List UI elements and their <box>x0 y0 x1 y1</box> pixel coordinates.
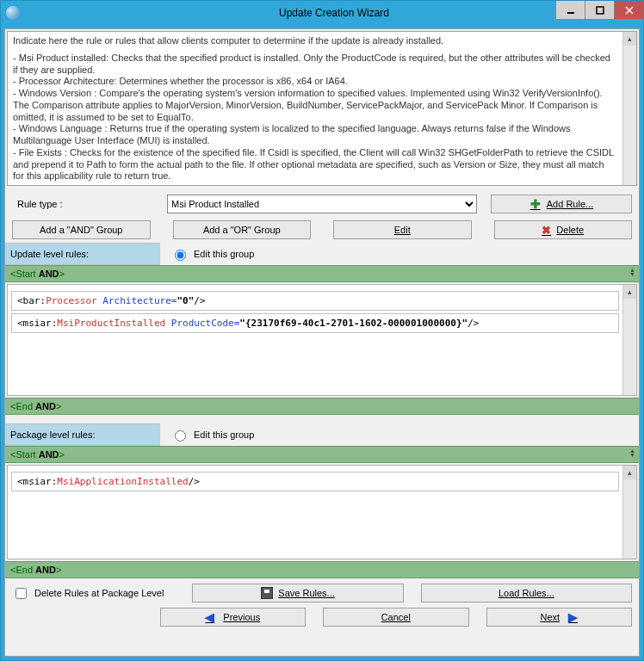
previous-button[interactable]: ◀ Previous <box>160 608 307 627</box>
edit-group-radio-update[interactable] <box>175 250 186 261</box>
update-start-and[interactable]: <Start AND> ▲▼ <box>5 265 639 282</box>
minimize-button[interactable] <box>555 1 585 20</box>
help-pane: Indicate here the rule or rules that all… <box>7 31 637 186</box>
updown-icon[interactable]: ▲▼ <box>629 268 635 276</box>
svg-rect-0 <box>567 12 574 14</box>
delete-icon: ✖ <box>542 224 551 237</box>
help-fileexists: - File Exists : Checks for the existence… <box>13 147 617 182</box>
help-winlang: - Windows Language : Returns true if the… <box>13 123 617 147</box>
edit-group-label-pkg: Edit this group <box>194 429 254 440</box>
app-icon <box>6 6 20 20</box>
add-rule-button[interactable]: ✚ Add Rule... <box>491 195 632 213</box>
window-title: Update Creation Wizard <box>25 7 643 19</box>
svg-rect-1 <box>597 7 604 14</box>
maximize-button[interactable] <box>585 1 614 20</box>
update-rules-scrollbar[interactable]: ▴ <box>622 285 636 395</box>
add-or-group-button[interactable]: Add a "OR" Group <box>173 220 312 239</box>
arrow-right-icon: ▶ <box>568 610 578 624</box>
package-rules-scrollbar[interactable]: ▴ <box>622 466 636 559</box>
add-and-group-button[interactable]: Add a "AND" Group <box>12 220 151 239</box>
save-icon <box>261 587 273 599</box>
ruletype-label: Rule type : <box>12 199 158 209</box>
rule-msi-application[interactable]: <msiar:MsiApplicationInstalled/> <box>11 472 619 491</box>
package-end-and[interactable]: <End AND> <box>5 561 639 578</box>
close-button[interactable] <box>614 1 643 20</box>
package-start-and[interactable]: <Start AND> ▲▼ <box>5 446 639 463</box>
add-rule-label: Add Rule... <box>547 199 593 209</box>
update-end-and[interactable]: <End AND> <box>5 398 639 415</box>
help-winver: - Windows Version : Compare's the operat… <box>13 88 617 123</box>
delete-rules-label: Delete Rules at Package Level <box>34 588 164 598</box>
edit-group-label: Edit this group <box>194 249 254 259</box>
load-rules-button[interactable]: Load Rules... <box>421 584 632 602</box>
rule-msi-product[interactable]: <msiar:MsiProductInstalled ProductCode="… <box>11 313 619 333</box>
updown-icon[interactable]: ▲▼ <box>629 448 635 457</box>
edit-group-radio-package[interactable] <box>175 430 186 442</box>
scroll-up-icon[interactable]: ▴ <box>623 32 636 46</box>
plus-icon: ✚ <box>529 198 542 210</box>
ruletype-select[interactable]: Msi Product Installed <box>167 195 477 213</box>
next-button[interactable]: Next ▶ <box>486 608 633 627</box>
save-rules-button[interactable]: Save Rules... <box>192 584 403 602</box>
arrow-left-icon: ◀ <box>205 610 214 624</box>
update-level-label: Update level rules: <box>5 243 160 265</box>
scroll-up-icon[interactable]: ▴ <box>623 285 636 299</box>
scroll-up-icon[interactable]: ▴ <box>623 466 636 479</box>
package-level-label: Package level rules: <box>5 423 160 446</box>
help-proc: - Processor Architecture: Determines whe… <box>13 76 617 88</box>
delete-button[interactable]: ✖ Delete <box>494 220 633 239</box>
rule-processor[interactable]: <bar:Processor Architecture="0"/> <box>11 291 619 311</box>
help-intro: Indicate here the rule or rules that all… <box>13 35 617 47</box>
cancel-button[interactable]: Cancel <box>323 608 469 627</box>
edit-button[interactable]: Edit <box>333 220 472 239</box>
help-msi: - Msi Product installed: Checks that the… <box>13 53 617 77</box>
delete-rules-checkbox[interactable] <box>15 588 27 599</box>
help-scrollbar[interactable]: ▴ <box>622 32 636 185</box>
titlebar: Update Creation Wizard <box>1 1 643 25</box>
